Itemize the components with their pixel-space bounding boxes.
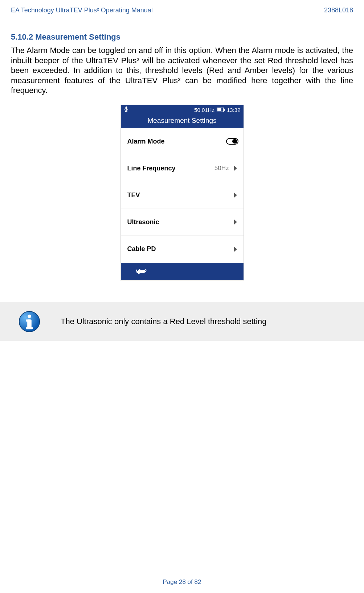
chevron-right-icon (233, 219, 238, 225)
status-frequency: 50.01Hz (194, 107, 214, 113)
body-paragraph: The Alarm Mode can be toggled on and off… (11, 45, 353, 96)
row-line-frequency[interactable]: Line Frequency 50Hz (121, 155, 244, 182)
info-note: The Ultrasonic only contains a Red Level… (0, 302, 364, 341)
svg-rect-6 (26, 327, 33, 329)
info-text: The Ultrasonic only contains a Red Level… (61, 317, 266, 326)
device-screenshot: 50.01Hz 13:32 Measurement Settings Alarm… (11, 105, 353, 281)
mic-icon (124, 106, 129, 113)
header-right: 2388L018 (324, 7, 353, 14)
back-icon[interactable] (135, 267, 148, 276)
svg-rect-1 (217, 108, 221, 111)
row-tev[interactable]: TEV (121, 182, 244, 209)
chevron-right-icon (233, 192, 238, 198)
section-heading: 5.10.2 Measurement Settings (11, 32, 353, 42)
device-title: Measurement Settings (121, 115, 244, 128)
row-cable-pd[interactable]: Cable PD (121, 236, 244, 263)
page-footer: Page 28 of 82 (0, 578, 364, 586)
info-icon (18, 310, 41, 333)
row-label: Line Frequency (127, 165, 176, 172)
row-alarm-mode[interactable]: Alarm Mode (121, 128, 244, 155)
row-label: Ultrasonic (127, 218, 159, 226)
status-time: 13:32 (227, 107, 241, 113)
row-ultrasonic[interactable]: Ultrasonic (121, 209, 244, 236)
header-left: EA Technology UltraTEV Plus² Operating M… (11, 7, 153, 14)
battery-icon (217, 107, 225, 113)
svg-point-4 (28, 314, 31, 318)
row-label: TEV (127, 191, 140, 199)
chevron-right-icon (233, 246, 238, 252)
svg-rect-7 (26, 319, 30, 322)
page-header: EA Technology UltraTEV Plus² Operating M… (11, 7, 353, 14)
device-status-bar: 50.01Hz 13:32 (121, 105, 244, 115)
toggle-switch[interactable] (226, 138, 238, 145)
row-label: Alarm Mode (127, 138, 165, 145)
svg-rect-2 (224, 109, 225, 111)
chevron-right-icon (233, 165, 238, 171)
row-label: Cable PD (127, 245, 156, 253)
device-bottom-bar (121, 263, 244, 280)
row-value: 50Hz (214, 165, 229, 172)
